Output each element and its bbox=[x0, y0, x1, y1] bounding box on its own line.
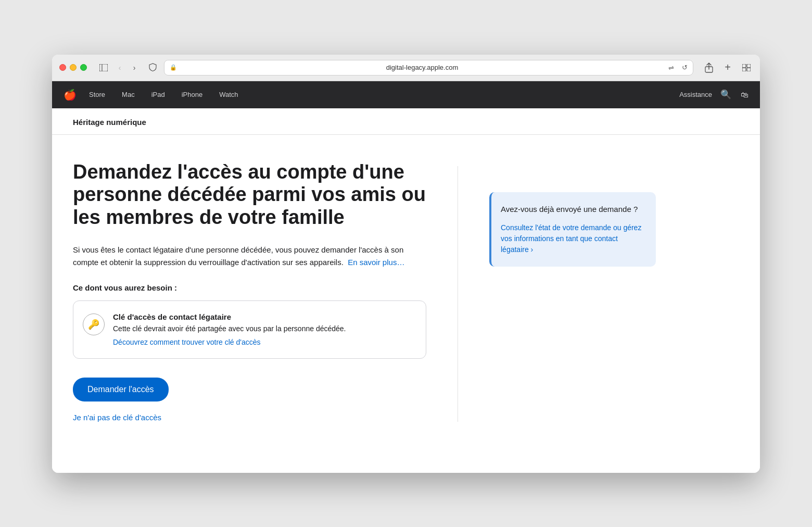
svg-rect-5 bbox=[747, 64, 751, 68]
nav-items: Store Mac iPad iPhone Watch bbox=[81, 91, 376, 98]
req-desc: Cette clé devrait avoir été partagée ave… bbox=[113, 323, 346, 334]
req-title: Clé d'accès de contact légataire bbox=[113, 312, 346, 321]
nav-item-iphone[interactable]: iPhone bbox=[173, 91, 211, 98]
new-tab-button[interactable]: + bbox=[721, 61, 734, 74]
nav-item-ipad[interactable]: iPad bbox=[143, 91, 173, 98]
svg-rect-4 bbox=[742, 64, 746, 68]
share-button[interactable] bbox=[703, 61, 715, 74]
sidebar-card-title: Avez-vous déjà envoyé une demande ? bbox=[501, 204, 644, 216]
url-text: digital-legacy.apple.com bbox=[180, 64, 664, 71]
main-right: Avez-vous déjà envoyé une demande ? Cons… bbox=[489, 161, 656, 422]
svg-rect-6 bbox=[742, 68, 746, 71]
address-bar-area: 🔒 digital-legacy.apple.com ⇌ ↺ bbox=[145, 60, 693, 76]
browser-controls: ‹ › bbox=[96, 62, 140, 73]
minimize-button[interactable] bbox=[70, 64, 77, 71]
traffic-lights bbox=[59, 64, 87, 71]
req-link[interactable]: Découvrez comment trouver votre clé d'ac… bbox=[113, 338, 261, 346]
browser-chrome: ‹ › 🔒 digital-legacy.apple.com ⇌ bbox=[52, 55, 760, 81]
sidebar-card-link[interactable]: Consultez l'état de votre demande ou gér… bbox=[501, 222, 644, 255]
close-button[interactable] bbox=[59, 64, 66, 71]
no-key-link[interactable]: Je n'ai pas de clé d'accès bbox=[73, 413, 426, 422]
translate-icon[interactable]: ⇌ bbox=[667, 62, 679, 73]
reload-button[interactable]: ↺ bbox=[682, 64, 688, 71]
page-content: Héritage numérique Demandez l'accès au c… bbox=[52, 108, 760, 473]
apple-logo[interactable]: 🍎 bbox=[64, 89, 77, 101]
browser-titlebar: ‹ › 🔒 digital-legacy.apple.com ⇌ bbox=[52, 55, 760, 81]
nav-icons: 🔍 🛍 bbox=[720, 89, 748, 100]
page-description: Si vous êtes le contact légataire d'une … bbox=[73, 244, 426, 269]
svg-rect-0 bbox=[99, 64, 108, 71]
req-content: Clé d'accès de contact légataire Cette c… bbox=[113, 312, 346, 347]
svg-text:⇌: ⇌ bbox=[668, 64, 674, 72]
request-access-button[interactable]: Demander l'accès bbox=[73, 378, 169, 401]
browser-window: ‹ › 🔒 digital-legacy.apple.com ⇌ bbox=[52, 55, 760, 473]
bag-icon[interactable]: 🛍 bbox=[741, 90, 748, 99]
back-button[interactable]: ‹ bbox=[114, 62, 125, 73]
sidebar-card: Avez-vous déjà envoyé une demande ? Cons… bbox=[489, 192, 656, 267]
main-layout: Demandez l'accès au compte d'une personn… bbox=[52, 135, 677, 453]
sidebar-toggle-button[interactable] bbox=[96, 62, 111, 73]
page-title: Demandez l'accès au compte d'une personn… bbox=[73, 161, 426, 229]
privacy-report-icon[interactable] bbox=[145, 60, 160, 75]
maximize-button[interactable] bbox=[80, 64, 87, 71]
requirement-card: 🔑 Clé d'accès de contact légataire Cette… bbox=[73, 300, 426, 359]
key-icon: 🔑 bbox=[83, 313, 105, 335]
lock-icon: 🔒 bbox=[170, 64, 177, 71]
vertical-divider bbox=[458, 166, 458, 422]
apple-nav: 🍎 Store Mac iPad iPhone Watch Assistance… bbox=[52, 81, 760, 108]
nav-item-assistance[interactable]: Assistance bbox=[671, 91, 720, 98]
tab-overview-button[interactable] bbox=[740, 61, 753, 74]
nav-item-watch[interactable]: Watch bbox=[211, 91, 246, 98]
learn-more-link[interactable]: En savoir plus… bbox=[348, 258, 404, 267]
svg-rect-7 bbox=[747, 68, 751, 71]
nav-item-mac[interactable]: Mac bbox=[113, 91, 143, 98]
browser-actions: + bbox=[703, 61, 753, 74]
main-left: Demandez l'accès au compte d'une personn… bbox=[73, 161, 426, 422]
address-bar[interactable]: 🔒 digital-legacy.apple.com ⇌ ↺ bbox=[164, 60, 693, 76]
breadcrumb-bar: Héritage numérique bbox=[52, 108, 760, 135]
section-label: Ce dont vous aurez besoin : bbox=[73, 283, 426, 292]
search-icon[interactable]: 🔍 bbox=[720, 89, 731, 100]
breadcrumb: Héritage numérique bbox=[73, 118, 146, 127]
forward-button[interactable]: › bbox=[129, 62, 140, 73]
nav-item-store[interactable]: Store bbox=[81, 91, 113, 98]
